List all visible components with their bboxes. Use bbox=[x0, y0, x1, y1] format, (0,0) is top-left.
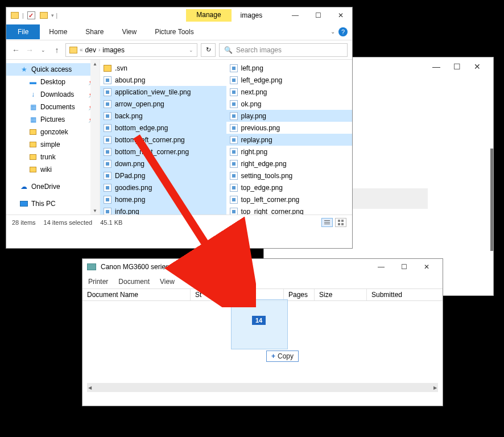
drop-action-label: + Copy bbox=[266, 351, 299, 362]
nav-folder[interactable]: simple bbox=[6, 138, 100, 151]
col-owner[interactable]: Owner bbox=[232, 289, 284, 300]
folder-icon bbox=[29, 166, 37, 174]
file-item[interactable]: goodies.png bbox=[100, 182, 226, 193]
nav-scrollbar[interactable]: ▲ ▼ bbox=[90, 60, 100, 215]
history-dropdown-icon[interactable]: ⌄ bbox=[38, 47, 48, 53]
file-item[interactable]: left.png bbox=[226, 62, 353, 74]
address-input[interactable]: « dev › images ⌄ bbox=[65, 43, 197, 57]
nav-folder[interactable]: trunk bbox=[6, 151, 100, 163]
help-icon[interactable]: ? bbox=[338, 27, 348, 36]
maximize-button[interactable]: ☐ bbox=[307, 7, 329, 23]
svg-rect-6 bbox=[341, 223, 344, 225]
file-item[interactable]: .svn bbox=[100, 62, 226, 74]
maximize-button[interactable]: ☐ bbox=[447, 61, 467, 72]
file-item[interactable]: right.png bbox=[226, 146, 353, 158]
nav-folder[interactable]: gonzotek bbox=[6, 126, 100, 138]
minimize-button[interactable]: — bbox=[426, 61, 447, 72]
file-item[interactable]: ok.png bbox=[226, 98, 353, 110]
scrollbar-thumb[interactable] bbox=[490, 149, 493, 251]
close-button[interactable]: ✕ bbox=[467, 61, 488, 72]
file-item[interactable]: top_right_corner.png bbox=[226, 205, 353, 215]
file-item[interactable]: previous.png bbox=[226, 122, 353, 134]
file-item[interactable]: bottom_right_corner.png bbox=[100, 146, 226, 158]
file-item[interactable]: replay.png bbox=[226, 134, 353, 146]
menu-document[interactable]: Document bbox=[118, 278, 150, 286]
properties-check-icon[interactable] bbox=[26, 10, 36, 20]
ribbon-expand-icon[interactable]: ⌄ bbox=[331, 28, 335, 35]
nav-onedrive[interactable]: ☁ OneDrive bbox=[6, 180, 100, 193]
folder-icon bbox=[29, 153, 37, 161]
close-button[interactable]: ✕ bbox=[415, 259, 438, 275]
navigation-pane[interactable]: ★ Quick access ▬ Desktop 📌 ↓ Downloads 📌… bbox=[6, 60, 100, 215]
forward-button[interactable]: → bbox=[24, 46, 35, 55]
file-item[interactable]: bottom_left_corner.png bbox=[100, 134, 226, 146]
picture-tools-tab[interactable]: Picture Tools bbox=[146, 24, 203, 39]
close-button[interactable]: ✕ bbox=[329, 7, 352, 23]
file-name: top_right_corner.png bbox=[241, 208, 304, 215]
scroll-up-icon[interactable]: ▲ bbox=[90, 60, 100, 68]
nav-downloads[interactable]: ↓ Downloads 📌 bbox=[6, 88, 100, 101]
file-item[interactable]: top_edge.png bbox=[226, 182, 353, 193]
file-item[interactable]: down.png bbox=[100, 158, 226, 170]
col-status[interactable]: St bbox=[191, 289, 232, 300]
file-item[interactable]: right_edge.png bbox=[226, 158, 353, 170]
file-name: ok.png bbox=[241, 100, 262, 108]
up-button[interactable]: ↑ bbox=[52, 46, 62, 55]
maximize-button[interactable]: ☐ bbox=[393, 259, 415, 275]
menu-printer[interactable]: Printer bbox=[88, 278, 108, 286]
file-item[interactable]: home.png bbox=[100, 193, 226, 205]
scroll-down-icon[interactable]: ▼ bbox=[90, 207, 100, 215]
print-queue-titlebar[interactable]: Canon MG3600 series Printer — ☐ ✕ bbox=[82, 259, 443, 275]
status-selected-count: 14 items selected bbox=[44, 219, 93, 226]
file-item[interactable]: info.png bbox=[100, 205, 226, 215]
file-item[interactable]: DPad.png bbox=[100, 170, 226, 182]
nav-this-pc[interactable]: This PC bbox=[6, 197, 100, 210]
view-tab[interactable]: View bbox=[113, 24, 146, 39]
minimize-button[interactable]: — bbox=[370, 259, 393, 275]
new-folder-icon[interactable] bbox=[39, 10, 49, 20]
menu-view[interactable]: View bbox=[160, 278, 175, 286]
file-item[interactable]: setting_tools.png bbox=[226, 170, 353, 182]
qat-dropdown-icon[interactable]: ▾ bbox=[51, 13, 54, 18]
explorer-titlebar[interactable]: | ▾ | Manage images — ☐ ✕ bbox=[6, 7, 352, 23]
col-document-name[interactable]: Document Name bbox=[82, 289, 191, 300]
file-item[interactable]: about.png bbox=[100, 74, 226, 86]
nav-label: OneDrive bbox=[31, 183, 60, 191]
file-item[interactable]: next.png bbox=[226, 86, 353, 98]
file-item[interactable]: left_edge.png bbox=[226, 74, 353, 86]
divider: | bbox=[56, 13, 58, 19]
file-item[interactable]: arrow_open.png bbox=[100, 98, 226, 110]
back-button[interactable]: ← bbox=[11, 46, 21, 55]
nav-documents[interactable]: ▦ Documents 📌 bbox=[6, 101, 100, 113]
nav-label: Downloads bbox=[40, 90, 74, 98]
file-item[interactable]: back.png bbox=[100, 110, 226, 122]
home-tab[interactable]: Home bbox=[40, 24, 76, 39]
details-view-button[interactable] bbox=[321, 218, 333, 227]
address-dropdown-icon[interactable]: ⌄ bbox=[189, 47, 193, 53]
file-tab[interactable]: File bbox=[6, 24, 40, 39]
nav-pictures[interactable]: ▦ Pictures 📌 bbox=[6, 113, 100, 126]
status-item-count: 28 items bbox=[12, 219, 36, 226]
search-input[interactable]: 🔍 Search images bbox=[219, 43, 348, 57]
nav-desktop[interactable]: ▬ Desktop 📌 bbox=[6, 76, 100, 88]
folder-icon bbox=[29, 141, 37, 149]
breadcrumb-seg[interactable]: dev bbox=[85, 46, 96, 54]
file-item[interactable]: application_view_tile.png bbox=[100, 86, 226, 98]
thumbnails-view-button[interactable] bbox=[335, 218, 346, 227]
col-size[interactable]: Size bbox=[315, 289, 367, 300]
minimize-button[interactable]: — bbox=[284, 7, 307, 23]
col-pages[interactable]: Pages bbox=[284, 289, 315, 300]
file-item[interactable]: top_left_corner.png bbox=[226, 193, 353, 205]
share-tab[interactable]: Share bbox=[76, 24, 113, 39]
file-item[interactable]: play.png bbox=[226, 110, 353, 122]
refresh-button[interactable]: ↻ bbox=[201, 43, 216, 57]
file-list[interactable]: .svnabout.pngapplication_view_tile.pngar… bbox=[100, 60, 352, 215]
col-submitted[interactable]: Submitted bbox=[367, 289, 443, 300]
nav-folder[interactable]: wiki bbox=[6, 163, 100, 176]
file-name: DPad.png bbox=[115, 172, 145, 180]
file-item[interactable]: bottom_edge.png bbox=[100, 122, 226, 134]
nav-quick-access[interactable]: ★ Quick access bbox=[6, 63, 100, 76]
breadcrumb-seg[interactable]: images bbox=[102, 46, 125, 54]
contextual-tab-manage[interactable]: Manage bbox=[186, 9, 231, 22]
horizontal-scrollbar[interactable]: ◀▶ bbox=[87, 383, 438, 392]
